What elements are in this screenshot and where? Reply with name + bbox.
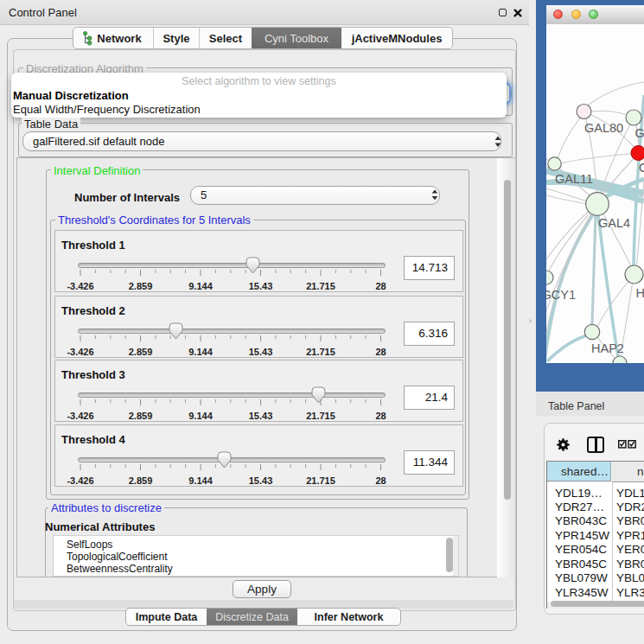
svg-text:GAL11: GAL11 — [555, 172, 593, 186]
svg-text:GAL80: GAL80 — [584, 121, 623, 135]
svg-text:GAL4: GAL4 — [598, 216, 630, 230]
svg-text:HA: HA — [636, 286, 644, 300]
svg-text:HAP2: HAP2 — [591, 341, 624, 355]
svg-text:GAL2: GAL2 — [635, 126, 644, 140]
svg-text:GCY1: GCY1 — [546, 288, 576, 302]
svg-text:CD: CD — [639, 161, 644, 175]
